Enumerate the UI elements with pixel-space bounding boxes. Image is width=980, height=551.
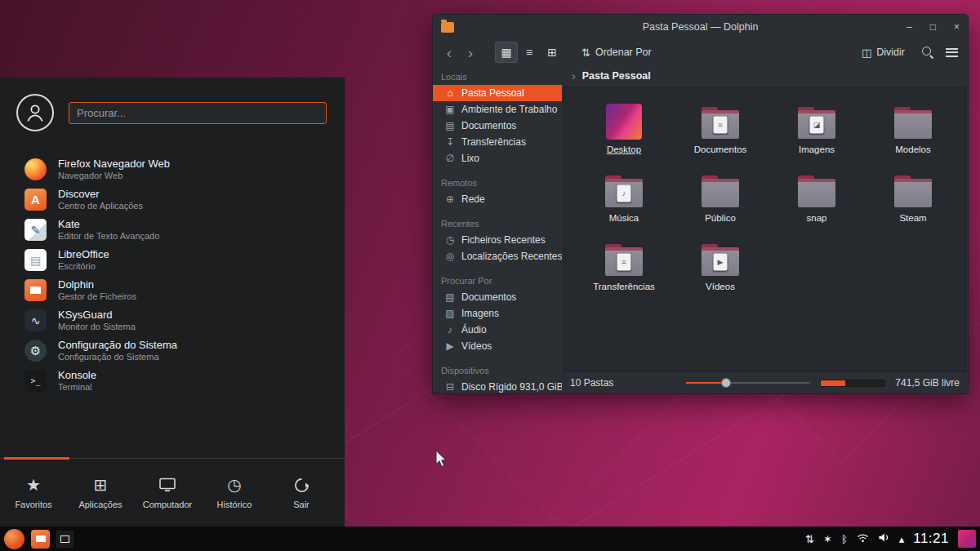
launcher-app-libreoffice[interactable]: ▤ LibreOffice Escritório [0, 245, 345, 275]
folder-icon: ♪ [605, 176, 643, 208]
application-launcher-button[interactable] [4, 529, 24, 549]
tab-historico[interactable]: ◷ Histórico [201, 459, 268, 527]
launcher-app-ksysguard[interactable]: ∿ KSysGuard Monitor do Sistema [0, 305, 345, 335]
sidebar-item-rede[interactable]: ⊕ Rede [433, 191, 562, 207]
recent-locations-icon: ◎ [444, 251, 456, 262]
folder-videos[interactable]: ▶ Vídeos [672, 236, 768, 304]
launcher-app-firefox[interactable]: Firefox Navegador Web Navegador Web [0, 154, 345, 184]
sidebar-item-label: Áudio [461, 324, 487, 335]
sidebar-item-procurar-imagens[interactable]: ▨ Imagens [433, 305, 562, 322]
sort-by-button[interactable]: ⇅ Ordenar Por [577, 42, 657, 63]
sidebar-item-procurar-videos[interactable]: ▶ Vídeos [433, 338, 562, 354]
minimize-button[interactable]: – [906, 22, 912, 32]
network-icon: ⊕ [444, 193, 456, 205]
icons-view-button[interactable]: ▦ [495, 42, 518, 63]
firefox-icon [24, 158, 47, 180]
zoom-slider[interactable] [686, 377, 810, 389]
folder-label: Steam [899, 213, 926, 223]
folder-icon [798, 176, 835, 208]
section-header: Procurar Por [433, 271, 562, 289]
folder-icon: ≡ [702, 107, 739, 140]
bluetooth-icon[interactable]: ᛒ [841, 534, 848, 544]
app-desc: Terminal [58, 382, 96, 393]
sidebar-item-transferencias[interactable]: ↧ Transferências [433, 134, 562, 150]
app-desc: Configuração do Sistema [58, 352, 177, 362]
titlebar[interactable]: Pasta Pessoal — Dolphin – □ × [433, 15, 968, 39]
tab-sair[interactable]: Sair [268, 459, 335, 527]
sidebar-item-procurar-documentos[interactable]: ▤ Documentos [433, 289, 562, 305]
user-avatar[interactable] [16, 94, 54, 131]
sidebar-item-label: Transferências [461, 136, 526, 148]
maximize-button[interactable]: □ [930, 22, 936, 32]
sidebar-item-pasta-pessoal[interactable]: ⌂ Pasta Pessoal [433, 85, 562, 101]
active-tab-indicator [4, 457, 69, 460]
launcher-app-systemsettings[interactable]: ⚙ Configuração do Sistema Configuração d… [0, 335, 345, 366]
tab-favoritos[interactable]: ★ Favoritos [0, 459, 67, 527]
sidebar-item-procurar-audio[interactable]: ♪ Áudio [433, 322, 562, 338]
wifi-icon[interactable] [857, 531, 869, 546]
details-view-button[interactable]: ≡ [518, 42, 541, 63]
sidebar-item-localizacoes-recentes[interactable]: ◎ Localizações Recentes [433, 248, 562, 264]
tree-view-button[interactable]: ⊞ [541, 42, 564, 63]
tab-label: Aplicações [78, 500, 122, 509]
sidebar-item-ambiente-de-trabalho[interactable]: ▣ Ambiente de Trabalho [433, 101, 562, 118]
tab-aplicacoes[interactable]: ⊞ Aplicações [67, 459, 134, 527]
folder-musica[interactable]: ♪ Música [576, 167, 672, 236]
launcher-app-discover[interactable]: A Discover Centro de Aplicações [0, 184, 345, 215]
tab-computador[interactable]: Computador [134, 459, 201, 527]
app-launcher-panel: Firefox Navegador Web Navegador Web A Di… [0, 78, 345, 527]
volume-icon[interactable] [878, 531, 890, 546]
app-name: Firefox Navegador Web [58, 158, 170, 170]
video-icon: ▶ [444, 340, 456, 352]
places-sidebar: Locais ⌂ Pasta Pessoal ▣ Ambiente de Tra… [433, 65, 562, 393]
folder-snap[interactable]: snap [768, 167, 865, 236]
system-tray: ⇅ ✶ ᛒ ▴ 11:21 [805, 530, 976, 548]
folder-publico[interactable]: Público [672, 167, 768, 236]
network-transfer-icon[interactable]: ⇅ [805, 534, 814, 544]
desktop-folder-icon [606, 104, 642, 140]
sidebar-item-lixo[interactable]: ∅ Lixo [433, 150, 562, 167]
zoom-slider-handle[interactable] [721, 378, 731, 388]
folder-label: Vídeos [706, 282, 735, 291]
folder-modelos[interactable]: Modelos [865, 99, 961, 167]
back-button[interactable]: ‹ [441, 45, 457, 60]
hamburger-menu-icon[interactable] [946, 48, 958, 57]
document-icon: ▤ [444, 291, 456, 303]
notifications-peek-button[interactable] [958, 530, 976, 548]
status-indicator-icon[interactable]: ✶ [823, 534, 832, 544]
tray-expander-icon[interactable]: ▴ [899, 534, 905, 544]
app-name: KSysGuard [58, 309, 136, 321]
taskbar-dolphin-task[interactable] [31, 530, 50, 549]
folder-label: Imagens [799, 144, 835, 154]
app-name: Dolphin [58, 278, 136, 291]
search-icon[interactable] [921, 46, 934, 59]
launcher-app-kate[interactable]: ✎ Kate Editor de Texto Avançado [0, 215, 345, 245]
folder-imagens[interactable]: ◪ Imagens [768, 99, 865, 167]
folder-label: Público [705, 213, 736, 223]
sidebar-item-ficheiros-recentes[interactable]: ◷ Ficheiros Recentes [433, 232, 562, 248]
taskbar-window-task[interactable] [56, 531, 74, 548]
sidebar-item-documentos[interactable]: ▤ Documentos [433, 118, 562, 134]
folder-icon: ◪ [798, 107, 835, 140]
window-title: Pasta Pessoal — Dolphin [433, 21, 968, 33]
folder-desktop[interactable]: Desktop [576, 99, 672, 167]
folder-transferencias[interactable]: ≡ Transferências [576, 236, 672, 304]
desktop: Firefox Navegador Web Navegador Web A Di… [0, 0, 980, 551]
app-name: Configuração do Sistema [58, 339, 177, 351]
forward-button[interactable]: › [462, 45, 479, 60]
close-button[interactable]: × [954, 22, 960, 32]
launcher-app-konsole[interactable]: >_ Konsole Terminal [0, 366, 345, 396]
sidebar-item-label: Pasta Pessoal [461, 87, 524, 99]
sidebar-item-disco-rigido[interactable]: ⊟ Disco Rígido 931,0 GiB [433, 379, 562, 393]
launcher-search-input[interactable] [69, 102, 327, 124]
user-icon [24, 101, 47, 124]
launcher-app-dolphin[interactable]: Dolphin Gestor de Ficheiros [0, 275, 345, 305]
split-button[interactable]: ◫ Dividir [857, 42, 910, 63]
clock[interactable]: 11:21 [913, 531, 949, 547]
section-header: Remotos [433, 173, 562, 191]
folder-steam[interactable]: Steam [865, 167, 961, 236]
breadcrumb-pasta-pessoal[interactable]: Pasta Pessoal [582, 70, 651, 82]
folder-documentos[interactable]: ≡ Documentos [672, 99, 768, 167]
gear-icon: ⚙ [24, 340, 47, 362]
folder-view[interactable]: Desktop ≡ Documentos ◪ Imagens [564, 87, 966, 372]
